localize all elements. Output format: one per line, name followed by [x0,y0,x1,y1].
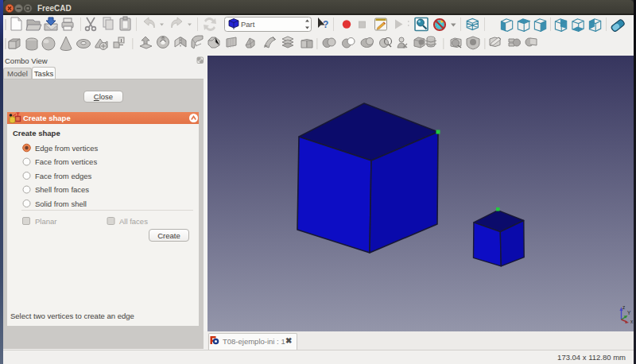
svg-text:z: z [622,304,625,310]
svg-text:Part: Part [241,20,255,29]
svg-text:?: ? [323,19,328,30]
svg-text:x: x [630,319,634,324]
svg-text:Y: Y [627,310,631,316]
